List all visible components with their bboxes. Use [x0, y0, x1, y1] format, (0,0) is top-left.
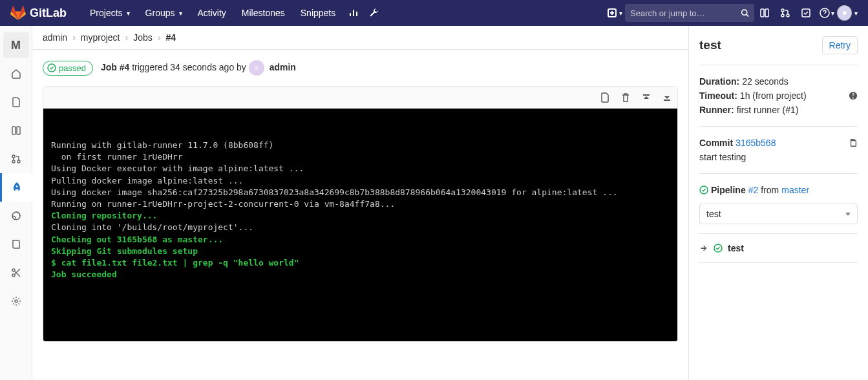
- log-line: Using Docker executor with image alpine:…: [51, 164, 304, 173]
- triggerer-avatar: [249, 60, 264, 76]
- search-icon: [741, 8, 749, 17]
- retry-button[interactable]: Retry: [822, 36, 858, 54]
- sidebar-item-merge-requests[interactable]: [0, 145, 32, 173]
- global-search[interactable]: [625, 4, 754, 22]
- scissors-icon: [11, 268, 21, 278]
- breadcrumb-namespace[interactable]: admin: [43, 32, 67, 43]
- svg-rect-2: [761, 9, 764, 17]
- doc-icon: [11, 97, 21, 107]
- search-input[interactable]: [630, 8, 741, 18]
- pipeline-branch-link[interactable]: master: [781, 185, 809, 195]
- commit-sha-link[interactable]: 3165b568: [736, 138, 776, 148]
- timeout-label: Timeout:: [699, 90, 737, 101]
- log-line: Skipping Git submodules setup: [51, 246, 198, 256]
- sidebar-item-home[interactable]: [0, 59, 32, 88]
- svg-point-4: [781, 9, 784, 12]
- check-circle-icon: [699, 185, 708, 195]
- log-toolbar: [43, 87, 677, 109]
- svg-rect-20: [851, 141, 856, 147]
- top-navbar: GitLab Projects▾ Groups▾ Activity Milest…: [0, 0, 868, 26]
- sidebar-item-repository[interactable]: [0, 88, 32, 116]
- copy-sha-button[interactable]: [849, 138, 858, 147]
- duration-value: 22 seconds: [742, 76, 789, 87]
- chevron-down-icon: [845, 213, 851, 216]
- stage-job-row[interactable]: test: [699, 234, 858, 263]
- nav-groups[interactable]: Groups▾: [138, 8, 190, 18]
- nav-merge-requests-icon[interactable]: [775, 3, 796, 23]
- svg-point-15: [12, 269, 15, 271]
- nav-user-menu[interactable]: ▾: [837, 3, 858, 23]
- project-avatar-letter: M: [3, 32, 29, 58]
- check-circle-icon: [714, 244, 723, 253]
- job-number: Job #4: [101, 62, 129, 72]
- nav-todos-icon[interactable]: [796, 3, 816, 23]
- chevron-down-icon: ▾: [854, 10, 858, 17]
- log-line: Cloning into '/builds/root/myproject'...: [51, 222, 253, 232]
- commit-message: start testing: [699, 152, 746, 162]
- sidebar-item-issues[interactable]: [0, 116, 32, 145]
- nav-plus-button[interactable]: ▾: [604, 3, 625, 23]
- nav-analytics-icon[interactable]: [343, 3, 364, 23]
- nav-activity[interactable]: Activity: [190, 8, 234, 18]
- nav-help-icon[interactable]: ▾: [816, 3, 837, 23]
- book-icon: [11, 239, 21, 249]
- doc-icon: [600, 92, 610, 103]
- home-icon: [11, 69, 21, 79]
- svg-rect-10: [17, 127, 20, 134]
- svg-point-5: [781, 14, 784, 17]
- brand-text: GitLab: [30, 6, 67, 20]
- pipeline-label: Pipeline: [711, 185, 746, 195]
- job-log[interactable]: Running with gitlab-runner 11.7.0 (8bb60…: [43, 109, 677, 341]
- nav-milestones[interactable]: Milestones: [234, 8, 293, 18]
- triggerer-name[interactable]: admin: [270, 62, 296, 72]
- breadcrumb-project[interactable]: myproject: [81, 32, 120, 43]
- operations-icon: [11, 211, 21, 221]
- nav-projects[interactable]: Projects▾: [82, 8, 138, 18]
- status-badge: passed: [43, 61, 93, 76]
- sidebar-project-avatar[interactable]: M: [0, 31, 32, 59]
- nav-issues-icon[interactable]: [754, 3, 775, 23]
- user-avatar: [837, 5, 852, 21]
- timeout-value: 1h (from project): [740, 90, 807, 101]
- breadcrumb-separator: ›: [125, 32, 129, 43]
- breadcrumb: admin › myproject › Jobs › #4: [32, 26, 688, 50]
- log-raw-button[interactable]: [600, 92, 610, 103]
- sidebar-item-operations[interactable]: [0, 202, 32, 230]
- log-scroll-bottom-button[interactable]: [662, 92, 672, 103]
- chevron-down-icon: ▾: [619, 10, 622, 17]
- log-line: Cloning repository...: [51, 211, 157, 220]
- arrow-right-icon: [699, 244, 708, 253]
- job-name: test: [699, 38, 721, 52]
- nav-wrench-icon[interactable]: [364, 3, 385, 23]
- svg-rect-3: [765, 9, 768, 17]
- nav-projects-label: Projects: [90, 8, 123, 18]
- sidebar-item-cicd[interactable]: [0, 173, 32, 202]
- breadcrumb-current: #4: [165, 32, 176, 43]
- job-header: passed Job #4 triggered 34 seconds ago b…: [32, 50, 688, 86]
- check-circle-icon: [47, 63, 56, 72]
- pipeline-id-link[interactable]: #2: [748, 185, 759, 195]
- job-title-line: Job #4 triggered 34 seconds ago by admin: [101, 60, 296, 76]
- log-line: Job succeeded: [51, 269, 117, 279]
- breadcrumb-section[interactable]: Jobs: [133, 32, 153, 43]
- timeout-help-icon[interactable]: [849, 91, 858, 100]
- log-line: Pulling docker image alpine:latest ...: [51, 176, 243, 185]
- gitlab-logo[interactable]: GitLab: [10, 5, 67, 21]
- log-scroll-top-button[interactable]: [641, 92, 651, 103]
- nav-snippets[interactable]: Snippets: [293, 8, 343, 18]
- svg-point-6: [787, 14, 789, 17]
- commit-label: Commit: [699, 138, 733, 148]
- svg-point-13: [17, 160, 20, 163]
- rocket-icon: [12, 182, 22, 193]
- svg-point-11: [12, 155, 15, 158]
- pipeline-from-text: from: [761, 185, 779, 195]
- log-line: $ cat file1.txt file2.txt | grep -q "hel…: [51, 258, 299, 268]
- sidebar-item-settings[interactable]: [0, 287, 32, 315]
- chevron-down-icon: ▾: [831, 10, 834, 17]
- stage-select[interactable]: test: [699, 204, 858, 224]
- log-erase-button[interactable]: [620, 92, 631, 103]
- sidebar-item-wiki[interactable]: [0, 230, 32, 259]
- job-meta: Duration: 22 seconds Timeout: 1h (from p…: [699, 65, 858, 127]
- scroll-top-icon: [641, 92, 651, 103]
- sidebar-item-snippets[interactable]: [0, 259, 32, 287]
